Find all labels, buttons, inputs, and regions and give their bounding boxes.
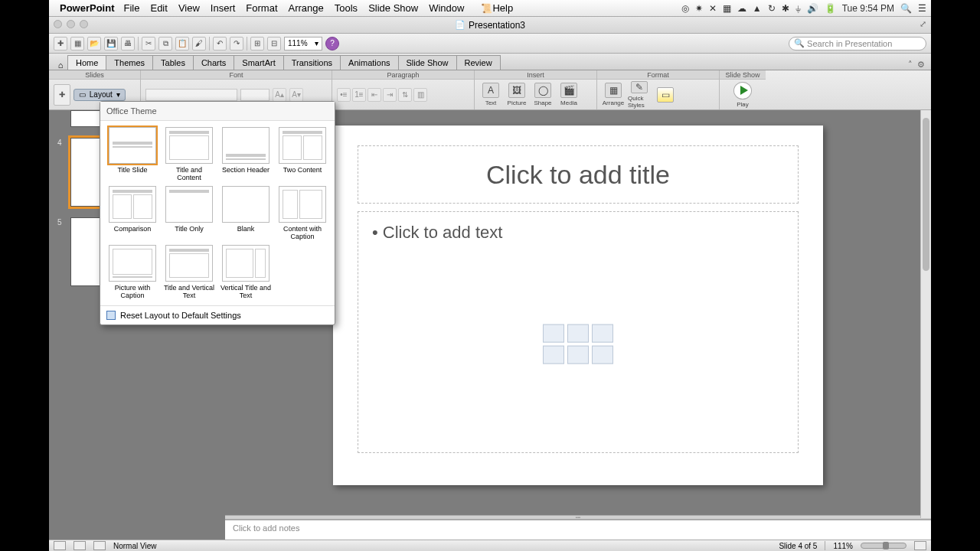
- clock[interactable]: Tue 9:54 PM: [842, 3, 894, 14]
- layout-picture-caption[interactable]: Picture with Caption: [106, 245, 158, 299]
- tab-home[interactable]: Home: [67, 55, 106, 70]
- menu-help[interactable]: Help: [492, 2, 513, 14]
- copy-icon[interactable]: ⧉: [158, 37, 172, 51]
- slideshow-view-button[interactable]: [93, 541, 106, 550]
- insert-text-button[interactable]: AText: [479, 82, 502, 108]
- layout-title-vertical-text[interactable]: Title and Vertical Text: [163, 245, 215, 299]
- tab-animations[interactable]: Animations: [340, 55, 398, 70]
- menu-tools[interactable]: Tools: [335, 2, 358, 14]
- layout-title-slide[interactable]: Title Slide: [106, 127, 158, 181]
- zoom-level[interactable]: 111%: [833, 542, 853, 550]
- status-icon[interactable]: ☁: [737, 3, 746, 14]
- layout-title-content[interactable]: Title and Content: [163, 127, 215, 181]
- content-placeholder[interactable]: Click to add text: [358, 211, 799, 453]
- insert-chart-icon[interactable]: [567, 324, 589, 343]
- app-name[interactable]: PowerPoint: [60, 2, 115, 14]
- window-controls[interactable]: [54, 20, 88, 28]
- layout-section-header[interactable]: Section Header: [220, 127, 272, 181]
- layout-two-content[interactable]: Two Content: [276, 127, 328, 181]
- menu-slideshow[interactable]: Slide Show: [368, 2, 418, 14]
- open-icon[interactable]: 📂: [87, 37, 101, 51]
- new-slide-button[interactable]: ✚: [54, 84, 70, 106]
- home-icon[interactable]: ⌂: [54, 60, 67, 70]
- insert-media-icon[interactable]: [592, 346, 613, 364]
- layout-vertical-title-text[interactable]: Vertical Title and Text: [220, 245, 272, 299]
- indent-dec-icon[interactable]: ⇤: [368, 88, 381, 102]
- fill-button[interactable]: ▭: [654, 82, 677, 108]
- tab-charts[interactable]: Charts: [193, 55, 234, 70]
- slide[interactable]: Click to add title Click to add text: [333, 126, 823, 485]
- columns-icon[interactable]: ▥: [413, 88, 427, 102]
- cut-icon[interactable]: ✂: [142, 37, 155, 51]
- numbering-icon[interactable]: 1≡: [352, 88, 366, 102]
- redo-icon[interactable]: ↷: [230, 37, 243, 51]
- tool-icon[interactable]: ⊞: [250, 37, 264, 51]
- play-button[interactable]: Play: [731, 82, 754, 108]
- layout-comparison[interactable]: Comparison: [106, 186, 158, 240]
- status-icon[interactable]: ✷: [695, 3, 703, 14]
- insert-table-icon[interactable]: [543, 324, 564, 343]
- status-icon[interactable]: ▲: [753, 3, 762, 14]
- font-size-selector[interactable]: [240, 89, 270, 101]
- vertical-scrollbar[interactable]: [920, 110, 931, 518]
- help-icon[interactable]: ?: [325, 37, 339, 51]
- layout-blank[interactable]: Blank: [220, 186, 272, 240]
- zoom-slider[interactable]: [861, 543, 906, 549]
- insert-media-button[interactable]: 🎬Media: [557, 82, 580, 108]
- new-doc-icon[interactable]: ▦: [70, 37, 84, 51]
- tab-tables[interactable]: Tables: [152, 55, 194, 70]
- zoom-selector[interactable]: 111%▾: [284, 37, 322, 51]
- format-painter-icon[interactable]: 🖌: [192, 37, 206, 51]
- indent-inc-icon[interactable]: ⇥: [383, 88, 397, 102]
- tool-icon[interactable]: ⊟: [267, 37, 281, 51]
- sorter-view-button[interactable]: [74, 541, 86, 550]
- status-icon[interactable]: ▦: [723, 3, 731, 14]
- status-icon[interactable]: ◎: [681, 3, 689, 14]
- volume-icon[interactable]: 🔊: [807, 3, 818, 14]
- search-input[interactable]: 🔍 Search in Presentation: [789, 37, 926, 51]
- line-spacing-icon[interactable]: ⇅: [398, 88, 412, 102]
- reset-layout-button[interactable]: Reset Layout to Default Settings: [100, 305, 335, 324]
- menu-arrange[interactable]: Arrange: [289, 2, 324, 14]
- layout-title-only[interactable]: Title Only: [163, 186, 215, 240]
- menu-file[interactable]: File: [124, 2, 140, 14]
- arrange-button[interactable]: ▦Arrange: [602, 82, 625, 108]
- insert-clipart-icon[interactable]: [567, 346, 589, 364]
- tab-slideshow[interactable]: Slide Show: [398, 55, 457, 70]
- font-selector[interactable]: [145, 89, 237, 101]
- normal-view-button[interactable]: [54, 541, 66, 550]
- new-slide-icon[interactable]: ✚: [54, 37, 67, 51]
- layout-button[interactable]: ▭ Layout ▾: [74, 89, 126, 101]
- menu-window[interactable]: Window: [429, 2, 464, 14]
- tab-smartart[interactable]: SmartArt: [234, 55, 283, 70]
- insert-picture-icon[interactable]: [543, 346, 564, 364]
- fullscreen-icon[interactable]: ⤢: [920, 19, 926, 29]
- wifi-icon[interactable]: ⏚: [795, 3, 801, 14]
- fit-button[interactable]: [914, 541, 926, 550]
- gear-icon[interactable]: ⚙: [917, 60, 925, 70]
- bluetooth-icon[interactable]: ✱: [782, 3, 789, 14]
- title-placeholder[interactable]: Click to add title: [358, 145, 799, 204]
- script-menu-icon[interactable]: 📜: [481, 3, 492, 14]
- menu-view[interactable]: View: [178, 2, 200, 14]
- layout-content-caption[interactable]: Content with Caption: [276, 186, 328, 240]
- notes-pane[interactable]: Click to add notes: [225, 520, 931, 540]
- insert-smartart-icon[interactable]: [592, 324, 613, 343]
- menu-edit[interactable]: Edit: [150, 2, 167, 14]
- spotlight-icon[interactable]: 🔍: [900, 3, 912, 14]
- print-icon[interactable]: 🖶: [121, 37, 135, 51]
- insert-picture-button[interactable]: 🖼Picture: [505, 82, 528, 108]
- insert-shape-button[interactable]: ◯Shape: [531, 82, 554, 108]
- content-icons[interactable]: [543, 324, 613, 364]
- tab-transitions[interactable]: Transitions: [283, 55, 341, 70]
- tab-themes[interactable]: Themes: [106, 55, 153, 70]
- quick-styles-button[interactable]: ✎Quick Styles: [628, 82, 651, 108]
- sync-icon[interactable]: ↻: [768, 3, 776, 14]
- paste-icon[interactable]: 📋: [175, 37, 189, 51]
- grow-font-icon[interactable]: A▴: [273, 88, 286, 102]
- list-icon[interactable]: ☰: [918, 3, 926, 14]
- save-icon[interactable]: 💾: [104, 37, 118, 51]
- menu-format[interactable]: Format: [246, 2, 277, 14]
- menu-insert[interactable]: Insert: [211, 2, 236, 14]
- tab-review[interactable]: Review: [456, 55, 501, 70]
